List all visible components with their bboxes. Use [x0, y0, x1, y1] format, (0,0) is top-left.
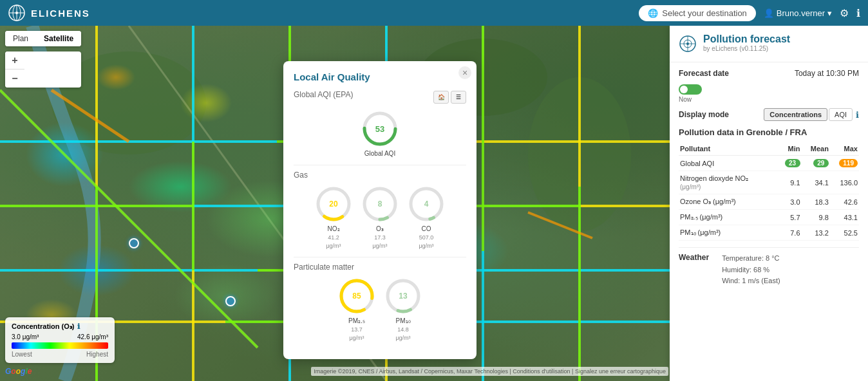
gradient-bar — [12, 342, 108, 349]
legend-highest: Highest — [86, 351, 108, 358]
no2-label: NO₂ — [328, 225, 340, 232]
user-icon: 👤 — [764, 8, 774, 18]
pm10-gauge: 13 PM₁₀ 14.8 μg/m³ — [384, 277, 422, 341]
o3-sub2: μg/m³ — [372, 243, 387, 249]
o3-gauge: 8 O₃ 17.3 μg/m³ — [361, 185, 399, 249]
legend-min-value: 3.0 μg/m³ — [12, 333, 39, 340]
destination-label: Select your destination — [662, 8, 747, 18]
map-attribution: Imagerie ©2019, CNES / Airbus, Landsat /… — [311, 367, 668, 376]
pm25-sub1: 13.7 — [351, 326, 363, 333]
google-logo: Google — [5, 367, 32, 376]
o3-sub1: 17.3 — [374, 234, 386, 241]
brand-logo: ELICHENS — [8, 4, 90, 22]
global-aqi-gauge-row: 53 Global AQI — [294, 109, 466, 157]
pollutant-max: 52.5 — [830, 225, 859, 241]
header-right: 🌐 Select your destination 👤 Bruno.verner… — [639, 5, 860, 21]
pm10-value: 13 — [399, 292, 407, 301]
list-view-button[interactable]: ☰ — [451, 91, 466, 104]
panel-header: Pollution forecast by eLichens (v0.11.25… — [670, 26, 868, 62]
weather-section: Weather Temperature: 8 °C Humidity: 68 %… — [679, 247, 859, 287]
pm-gauges-row: 85 PM₂.₅ 13.7 μg/m³ 13 PM₁₀ 14.8 μg/m³ — [294, 277, 466, 341]
username: Bruno.verner — [777, 8, 825, 18]
chevron-down-icon: ▾ — [827, 8, 832, 18]
pm25-value: 85 — [352, 292, 361, 301]
pollutant-min: 23 — [777, 156, 802, 171]
view-buttons: 🏠 ☰ — [433, 91, 466, 104]
panel-title-group: Pollution forecast by eLichens (v0.11.25… — [703, 33, 790, 52]
elichens-logo-icon — [8, 4, 26, 22]
no2-gauge: 20 NO₂ 41.2 μg/m³ — [314, 185, 353, 249]
brand-name: ELICHENS — [31, 8, 90, 19]
mean-badge: 29 — [813, 159, 829, 167]
pollutant-max: 119 — [830, 156, 859, 171]
col-mean: Mean — [802, 142, 830, 156]
legend-title: Concentration (O₃) ℹ — [12, 322, 108, 331]
no2-sub2: μg/m³ — [326, 243, 341, 249]
pollutant-mean: 34.1 — [802, 171, 830, 194]
panel-subtitle: by eLichens (v0.11.25) — [703, 45, 790, 52]
table-header-row: Pollutant Min Mean Max — [679, 142, 859, 156]
pm25-sub2: μg/m³ — [349, 335, 364, 341]
co-label: CO — [422, 225, 431, 232]
legend-info-icon[interactable]: ℹ — [77, 322, 80, 331]
zoom-out-button[interactable]: − — [5, 70, 24, 88]
weather-wind: Wind: 1 m/s (East) — [722, 275, 780, 287]
panel-body: Forecast date Today at 10:30 PM Now Disp… — [670, 62, 868, 293]
pollutant-max: 42.6 — [830, 194, 859, 210]
weather-humidity: Humidity: 68 % — [722, 265, 780, 276]
legend-labels: Lowest Highest — [12, 351, 108, 358]
forecast-toggle[interactable] — [679, 84, 702, 95]
display-mode-info-icon[interactable]: ℹ — [856, 110, 859, 120]
display-mode-row: Display mode Concentrations AQI ℹ — [679, 108, 859, 121]
forecast-date-label: Forecast date — [679, 69, 729, 78]
pollutant-max: 43.1 — [830, 210, 859, 225]
map-type-buttons: Plan Satellite — [5, 31, 81, 46]
pollutant-mean: 29 — [802, 156, 830, 171]
legend-lowest: Lowest — [12, 351, 32, 358]
info-icon[interactable]: ℹ — [856, 7, 860, 19]
pm25-label: PM₂.₅ — [348, 317, 365, 324]
legend-max-value: 42.6 μg/m³ — [77, 333, 108, 340]
zoom-controls: + − — [5, 51, 81, 88]
o3-value: 8 — [378, 200, 382, 209]
global-aqi-label: Global AQI (EPA) — [294, 90, 353, 99]
pollutant-max: 136.0 — [830, 171, 859, 194]
pm25-gauge: 85 PM₂.₅ 13.7 μg/m³ — [337, 277, 376, 341]
zoom-in-button[interactable]: + — [5, 51, 24, 70]
weather-row: Weather Temperature: 8 °C Humidity: 68 %… — [679, 253, 859, 287]
pollutant-name: PM₁₀ (μg/m³) — [679, 225, 777, 241]
forecast-date-value: Today at 10:30 PM — [795, 69, 859, 78]
max-badge: 119 — [839, 159, 858, 167]
pm10-sub2: μg/m³ — [395, 335, 410, 341]
co-sub2: μg/m³ — [419, 243, 433, 249]
right-panel: Pollution forecast by eLichens (v0.11.25… — [670, 26, 868, 381]
user-menu[interactable]: 👤 Bruno.verner ▾ — [764, 8, 832, 18]
forecast-toggle-container: Now — [679, 84, 859, 103]
plan-button[interactable]: Plan — [5, 31, 36, 46]
gas-gauges-row: 20 NO₂ 41.2 μg/m³ 8 O₃ 17.3 μg/m³ — [294, 185, 466, 249]
location-marker-2[interactable] — [225, 296, 236, 306]
satellite-button[interactable]: Satellite — [36, 31, 81, 46]
display-mode-label: Display mode — [679, 110, 729, 119]
location-marker-1[interactable] — [129, 238, 139, 248]
aqi-mode-button[interactable]: AQI — [829, 108, 853, 121]
settings-icon[interactable]: ⚙ — [840, 7, 849, 19]
pollutant-name: Global AQI — [679, 156, 777, 171]
svg-point-67 — [686, 42, 689, 45]
weather-label: Weather — [679, 253, 709, 287]
destination-button[interactable]: 🌐 Select your destination — [639, 5, 756, 21]
col-min: Min — [777, 142, 802, 156]
no2-sub1: 41.2 — [328, 234, 339, 241]
panel-logo-icon — [679, 35, 697, 57]
pollutant-name: PM₂.₅ (μg/m³) — [679, 210, 777, 225]
global-aqi-sublabel: Global AQI — [364, 150, 395, 157]
globe-icon: 🌐 — [648, 8, 658, 18]
table-row: PM₂.₅ (μg/m³) 5.7 9.8 43.1 — [679, 210, 859, 225]
concentrations-mode-button[interactable]: Concentrations — [764, 108, 827, 121]
weather-details: Temperature: 8 °C Humidity: 68 % Wind: 1… — [722, 253, 780, 287]
pm-section-label: Particulate matter — [294, 263, 466, 272]
col-pollutant: Pollutant — [679, 142, 777, 156]
popup-close-button[interactable]: × — [458, 66, 471, 79]
chart-view-button[interactable]: 🏠 — [433, 91, 449, 104]
min-badge: 23 — [785, 159, 800, 167]
